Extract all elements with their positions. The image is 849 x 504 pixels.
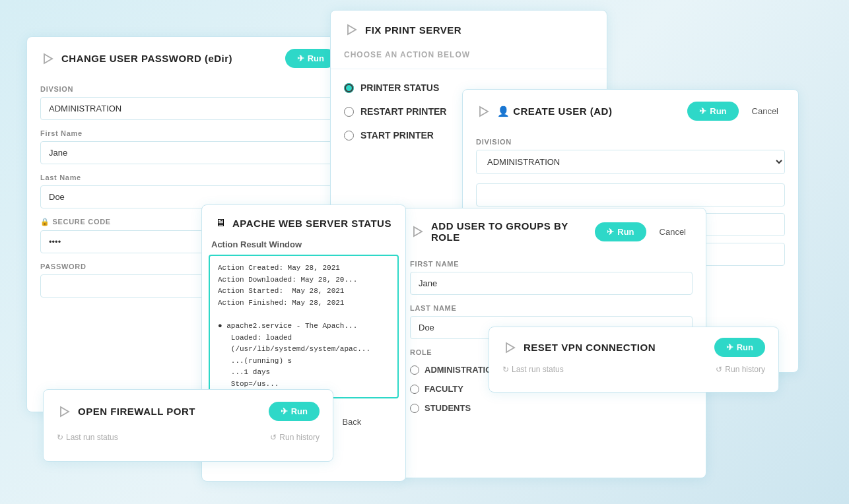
create-user-header: 👤 CREATE USER (AD) ✈ Run Cancel (463, 90, 798, 129)
run-arrow-icon-5: ✈ (607, 227, 614, 237)
create-user-run-button[interactable]: ✈ Run (687, 102, 738, 121)
vpn-title: RESET VPN CONNECTION (524, 342, 708, 353)
firewall-header: OPEN FIREWALL PORT ✈ Run (44, 390, 333, 429)
vpn-footer: ↻ Last run status ↺ Run history (489, 362, 778, 382)
code-line-10: Stop=/us... (218, 379, 390, 391)
back-button[interactable]: Back (335, 412, 368, 432)
role-admin-radio[interactable] (410, 365, 419, 375)
create-user-division-select[interactable]: ADMINISTRATION FACULTY STUDENTS (476, 150, 785, 174)
create-user-field1[interactable] (476, 183, 785, 206)
apache-title: APACHE WEB SERVER STATUS (232, 218, 392, 229)
firewall-last-run-status[interactable]: ↻ Last run status (57, 433, 118, 442)
create-user-cancel-button[interactable]: Cancel (745, 102, 785, 121)
firewall-card: OPEN FIREWALL PORT ✈ Run ↻ Last run stat… (43, 389, 333, 462)
add-user-firstname-input[interactable] (410, 272, 693, 295)
svg-marker-5 (506, 343, 514, 352)
run-arrow-icon: ✈ (297, 53, 304, 63)
firewall-run-history[interactable]: ↺ Run history (270, 433, 320, 442)
apache-header: 🖥 APACHE WEB SERVER STATUS (202, 205, 405, 237)
add-user-cancel-button[interactable]: Cancel (653, 222, 693, 241)
restart-printer-radio[interactable] (344, 107, 354, 117)
play-icon-6[interactable] (57, 404, 71, 419)
add-user-title: ADD USER TO GROUPS BY ROLE (431, 220, 588, 243)
change-password-title: CHANGE USER PASSWORD (eDir) (61, 53, 279, 64)
fix-print-header: FIX PRINT SERVER (331, 11, 607, 45)
firewall-run-button[interactable]: ✈ Run (269, 402, 320, 421)
code-line-8: ...(running) s (218, 356, 390, 367)
first-name-input[interactable] (40, 141, 336, 164)
svg-marker-2 (480, 107, 488, 116)
vpn-run-history[interactable]: ↺ Run history (716, 365, 765, 374)
add-user-run-button[interactable]: ✈ Run (595, 222, 646, 241)
svg-marker-0 (44, 54, 52, 63)
add-user-lastname-label: LAST NAME (410, 304, 693, 312)
run-arrow-icon-3: ✈ (699, 106, 706, 116)
svg-marker-4 (61, 407, 69, 416)
start-printer-label: START PRINTER (360, 130, 434, 141)
add-user-header: ADD USER TO GROUPS BY ROLE ✈ Run Cancel (397, 208, 706, 251)
play-icon-7[interactable] (502, 340, 517, 355)
firewall-title: OPEN FIREWALL PORT (78, 406, 262, 417)
fix-print-title: FIX PRINT SERVER (365, 24, 594, 36)
start-printer-radio[interactable] (344, 131, 354, 141)
role-students[interactable]: STUDENTS (410, 398, 693, 418)
code-line-4: Action Finished: May 28, 2021 (218, 298, 390, 309)
create-user-title: 👤 CREATE USER (AD) (497, 106, 681, 117)
svg-marker-1 (348, 25, 356, 34)
code-line-3: Action Started: May 28, 2021 (218, 286, 390, 298)
division-input[interactable] (40, 97, 336, 120)
code-line-7: (/usr/lib/systemd/system/apac... (218, 344, 390, 356)
create-user-division-label: DIVISION (476, 138, 785, 146)
code-line-9: ...1 days (218, 367, 390, 379)
add-user-firstname-label: FIRST NAME (410, 260, 693, 268)
action-result-label: Action Result Window (202, 237, 405, 255)
play-icon-5[interactable] (410, 224, 424, 239)
monitor-icon: 🖥 (215, 217, 226, 229)
vpn-run-button[interactable]: ✈ Run (714, 338, 765, 357)
code-line-5: ● apache2.service - The Apach... (218, 321, 390, 332)
last-name-label: Last Name (40, 173, 336, 181)
code-line-6: Loaded: loaded (218, 332, 390, 344)
role-faculty-label: FACULTY (424, 384, 463, 394)
restart-printer-label: RESTART PRINTER (360, 106, 446, 117)
history-icon: ↺ (270, 433, 277, 442)
play-icon-2[interactable] (344, 22, 358, 37)
code-line-1: Action Created: May 28, 2021 (218, 263, 390, 274)
vpn-spinner-icon: ↻ (502, 365, 509, 374)
svg-marker-3 (414, 227, 422, 236)
role-students-radio[interactable] (410, 404, 419, 413)
vpn-card: RESET VPN CONNECTION ✈ Run ↻ Last run st… (489, 327, 779, 393)
run-arrow-icon-6: ✈ (281, 406, 288, 416)
role-students-label: STUDENTS (424, 403, 471, 413)
vpn-history-icon: ↺ (716, 365, 722, 374)
printer-status-label: PRINTER STATUS (360, 82, 439, 93)
spinner-icon: ↻ (57, 433, 63, 442)
apache-code-block: Action Created: May 28, 2021 Action Down… (209, 255, 399, 398)
firewall-footer: ↻ Last run status ↺ Run history (44, 429, 333, 451)
change-password-run-button[interactable]: ✈ Run (285, 49, 336, 68)
play-icon-3[interactable] (476, 104, 491, 119)
fix-print-action-label: CHOOSE AN ACTION BELOW (331, 45, 607, 69)
division-label: DIVSION (40, 85, 336, 93)
vpn-last-run-status[interactable]: ↻ Last run status (502, 365, 564, 374)
role-faculty-radio[interactable] (410, 385, 419, 394)
first-name-label: First Name (40, 129, 336, 137)
run-arrow-icon-7: ✈ (726, 342, 733, 352)
change-password-header: CHANGE USER PASSWORD (eDir) ✈ Run (27, 37, 349, 76)
play-icon[interactable] (40, 51, 55, 66)
vpn-header: RESET VPN CONNECTION ✈ Run (489, 327, 778, 362)
code-line-2: Action Downloaded: May 28, 20... (218, 274, 390, 286)
printer-status-radio[interactable] (344, 83, 354, 93)
role-admin-label: ADMINISTRATION (424, 365, 498, 375)
